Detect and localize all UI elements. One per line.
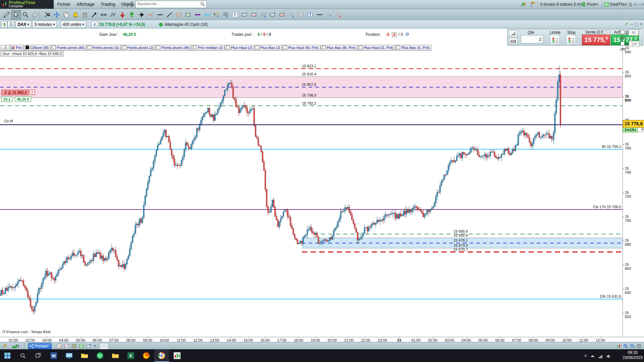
ellipse-tool[interactable]: + [174, 10, 183, 19]
position-price-line[interactable] [0, 124, 644, 125]
taskbar-search-icon[interactable] [15, 349, 30, 362]
taskbar-start-icon[interactable] [0, 349, 15, 362]
close-icon[interactable]: ✕ [641, 0, 644, 9]
text-box-tool[interactable]: T [306, 10, 315, 19]
horizontal-segment-tool[interactable]: + [146, 10, 155, 19]
zoom-tool[interactable] [21, 10, 30, 19]
time-range-icon[interactable] [636, 343, 642, 349]
taskbar-word-icon[interactable]: W [46, 349, 61, 362]
zoom-out-icon[interactable] [629, 343, 635, 349]
flag-icon[interactable] [531, 1, 536, 8]
zone-rose-tool[interactable]: + [277, 10, 287, 19]
mini-chart-icon[interactable] [616, 343, 622, 349]
taskbar-firefox-icon[interactable] [139, 349, 154, 362]
limit-checkbox[interactable] [621, 30, 625, 34]
sell-button[interactable]: 15 775,9 [582, 35, 610, 45]
tray-network-icon[interactable] [598, 354, 603, 360]
timeframe-selector[interactable]: 5 minutes [32, 21, 57, 28]
tray-chevron-icon[interactable]: ∧ [584, 349, 587, 362]
orders-table-icon[interactable] [71, 343, 77, 349]
fibonacci-dashed-tool[interactable]: F [259, 10, 268, 19]
select-cursor-tool[interactable] [11, 10, 21, 19]
taskbar-clock[interactable]: 09:33 23/08/2023 [623, 350, 643, 360]
segment-black-tool[interactable] [315, 10, 324, 19]
pin-icon[interactable]: ➤ [634, 0, 637, 9]
move-cross-tool[interactable] [52, 10, 61, 19]
draw-mode-icon[interactable] [1, 343, 7, 349]
taskbar-prorealtime-icon[interactable] [170, 349, 184, 362]
window-close-icon[interactable]: ✕ [640, 22, 643, 26]
instrument-selector[interactable]: DAX [15, 21, 31, 28]
position-tag-close-icon[interactable]: × [30, 90, 35, 95]
window-detach-icon[interactable]: ↗ [625, 22, 628, 26]
taskbar-folder-icon[interactable] [108, 349, 123, 362]
chart-style-selector[interactable]: ▼ [10, 343, 21, 349]
search-input[interactable] [136, 1, 199, 7]
sell-arrow-tool[interactable] [118, 10, 127, 19]
paperclip-icon[interactable] [7, 21, 14, 28]
add-instrument-icon[interactable]: + [1, 21, 7, 28]
search-icon[interactable] [200, 2, 205, 8]
window-minimize-icon[interactable]: — [630, 22, 634, 26]
taskbar-excel-icon[interactable]: X [123, 349, 138, 362]
transfer-arrow-tool[interactable] [137, 10, 146, 19]
link-icon[interactable] [129, 1, 134, 8]
qty-input[interactable] [521, 35, 543, 43]
screenshot-icon[interactable] [64, 343, 70, 349]
dealthru-checkbox[interactable] [604, 2, 609, 7]
limit-pts-input[interactable] [629, 29, 639, 36]
draw-pencil-tool[interactable] [2, 10, 11, 19]
share-button[interactable]: Partager [28, 343, 52, 349]
zone-cyan-tool[interactable]: + [240, 10, 249, 19]
taskbar-teams-icon[interactable] [62, 349, 76, 362]
push-button[interactable]: Push+ [587, 0, 598, 9]
keyboard-order-button[interactable] [509, 38, 518, 45]
sell-info-icon[interactable]: i [605, 30, 610, 35]
horizontal-line-tool[interactable] [155, 10, 165, 19]
dealthru-button[interactable]: DealThru [610, 0, 627, 9]
delete-trash-tool[interactable] [80, 10, 90, 19]
fibonacci-retracement-tool[interactable]: F [212, 10, 221, 19]
zone-pink-tool[interactable]: + [249, 10, 259, 19]
window-maximize-icon[interactable]: ▢ [635, 22, 639, 26]
collapse-left-icon[interactable]: « [94, 343, 96, 348]
line-purple-tool[interactable] [193, 10, 202, 19]
tab-stub[interactable] [99, 343, 109, 350]
report-icon[interactable] [56, 343, 62, 349]
position-settings-icon[interactable]: ⚙ [405, 32, 410, 37]
buy-arrow-tool[interactable] [127, 10, 137, 19]
taskbar-spotify-icon[interactable] [93, 349, 107, 362]
workspace-selector[interactable]: 3 écrans 8 indices 5 mn [540, 0, 583, 9]
zoom-in-icon[interactable] [623, 343, 629, 349]
position-close-icon[interactable]: × [392, 32, 397, 37]
position-tag[interactable]: -2 @ 15 800,4 [1, 90, 29, 95]
fibonacci-levels-tool[interactable]: F [221, 10, 230, 19]
chart-area[interactable]: Gain Jour : 46,20 € Trades jour : 0 / 0 … [0, 29, 644, 342]
taskbar-chrome-icon[interactable] [154, 349, 169, 362]
polyline-tool[interactable] [108, 10, 118, 19]
limit-order-button[interactable] [550, 35, 560, 45]
stop-order-button[interactable] [566, 35, 576, 45]
ruler-tool[interactable] [296, 10, 306, 19]
trend-arrow-tool[interactable] [90, 10, 99, 19]
tray-cloud-icon[interactable]: ☁ [590, 349, 594, 362]
alert-bell-tool[interactable] [71, 10, 80, 19]
menu-fichier[interactable]: Fichier [54, 0, 73, 9]
line-cyan-tool[interactable] [202, 10, 212, 19]
menu-trading[interactable]: Trading [98, 0, 118, 9]
detach-chart-icon[interactable] [86, 343, 92, 349]
edit-workspace-icon[interactable] [520, 1, 527, 9]
zone-blue-tool[interactable]: + [268, 10, 277, 19]
notes-icon[interactable]: ▧ [629, 0, 632, 9]
candlestick-plot[interactable] [0, 46, 623, 337]
rectangle-green-tool[interactable]: + [183, 10, 193, 19]
duplicate-tool[interactable] [61, 10, 71, 19]
tools-wrench-tool[interactable] [43, 10, 52, 19]
stop-checkbox[interactable] [621, 42, 625, 46]
positions-table-icon[interactable] [78, 343, 85, 349]
text-tool[interactable]: T [230, 10, 240, 19]
tray-volume-icon[interactable] [606, 354, 611, 360]
info-icon[interactable]: ℹ [91, 21, 98, 28]
oblique-line-tool[interactable] [165, 10, 174, 19]
menu-affichage[interactable]: Affichage [73, 0, 98, 9]
